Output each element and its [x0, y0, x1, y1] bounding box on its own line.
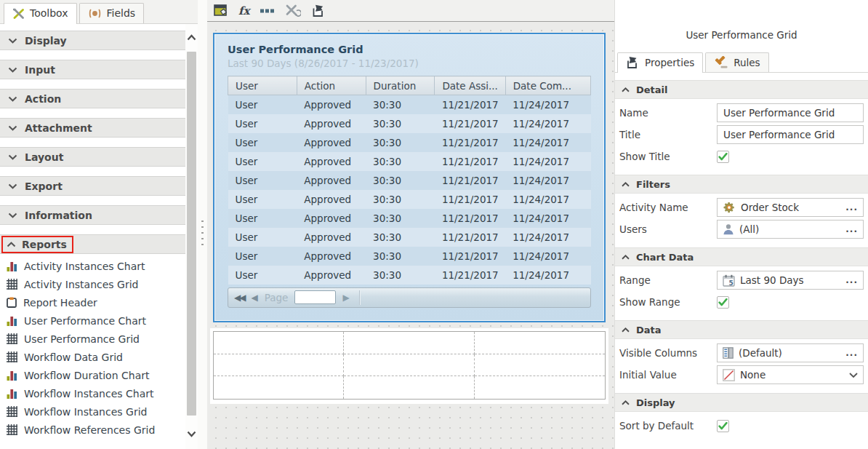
report-item-workflow-instances-grid[interactable]: Workflow Instances Grid — [0, 402, 185, 421]
picker-value: (All) — [739, 223, 840, 235]
initial-value-dropdown[interactable]: None — [717, 365, 864, 384]
layout-cell[interactable] — [475, 376, 605, 399]
layout-cell[interactable] — [344, 332, 474, 354]
section-header-data[interactable]: Data — [615, 320, 868, 339]
toolbox-accordion: DisplayInputActionAttachmentLayoutExport… — [0, 24, 185, 449]
layout-cell[interactable] — [214, 332, 344, 354]
layout-cell[interactable] — [475, 354, 605, 377]
tag-icon — [626, 56, 639, 68]
layout-cell[interactable] — [214, 354, 344, 377]
table-cell: 30:30 — [366, 133, 435, 152]
ellipsis-icon[interactable] — [260, 9, 275, 13]
section-title: Chart Data — [636, 252, 694, 263]
reports-list: Activity Instances ChartActivity Instanc… — [0, 254, 185, 439]
table-cell: 11/21/2017 — [435, 247, 505, 266]
section-label: Attachment — [25, 122, 92, 134]
report-item-activity-instances-grid[interactable]: Activity Instances Grid — [0, 275, 185, 293]
panel-splitter[interactable] — [198, 0, 207, 449]
tab-properties[interactable]: Properties — [617, 52, 703, 73]
section-title: Filters — [636, 179, 670, 190]
table-cell: 30:30 — [366, 95, 435, 114]
selected-widget-header: User Performance Grid — [615, 0, 868, 41]
edit-view-icon[interactable] — [214, 4, 228, 17]
properties-sections: DetailNameTitleShow TitleFiltersActivity… — [615, 80, 868, 437]
empty-layout-table[interactable] — [210, 328, 608, 404]
property-row-title: Title — [619, 124, 864, 146]
next-page-button[interactable]: ▶ — [342, 293, 349, 303]
toolbox-scrollbar[interactable] — [185, 24, 198, 449]
ellipsis-button[interactable]: ... — [845, 226, 858, 232]
section-header-display[interactable]: Display — [0, 31, 185, 50]
function-icon[interactable]: fx — [238, 4, 249, 17]
report-item-user-performance-chart[interactable]: User Performance Chart — [0, 311, 185, 330]
range-picker[interactable]: 5Last 90 Days... — [717, 271, 864, 290]
design-canvas[interactable]: User Performance Grid Last 90 Days (8/26… — [207, 22, 614, 449]
check-icon — [718, 153, 728, 161]
range-label: Range — [619, 274, 717, 286]
users-label: Users — [619, 223, 717, 235]
pager: ◀◀ ◀ Page ▶ — [228, 287, 591, 308]
user-performance-grid-widget[interactable]: User Performance Grid Last 90 Days (8/26… — [213, 33, 606, 322]
section-header-reports[interactable]: Reports — [0, 234, 185, 254]
section-header-layout[interactable]: Layout — [0, 147, 185, 167]
section-header-information[interactable]: Information — [0, 205, 185, 225]
name-field[interactable] — [717, 103, 864, 122]
scrollbar-thumb[interactable] — [187, 52, 196, 416]
layout-cell[interactable] — [214, 376, 344, 399]
visible-columns-label: Visible Columns — [619, 347, 717, 359]
table-row: UserApproved30:3011/21/201711/24/2017 — [228, 95, 591, 114]
show-range-checkbox[interactable] — [717, 296, 729, 309]
fields-icon — [88, 9, 102, 18]
layout-cell[interactable] — [344, 376, 474, 399]
visible-columns-picker[interactable]: (Default)... — [717, 343, 864, 362]
dropdown-value: None — [740, 369, 844, 381]
layout-cell[interactable] — [344, 354, 474, 377]
first-page-button[interactable]: ◀◀ — [234, 293, 244, 303]
report-item-workflow-references-grid[interactable]: Workflow References Grid — [0, 421, 185, 439]
tools-refresh-icon[interactable] — [286, 4, 301, 17]
activity-name-picker[interactable]: Order Stock... — [717, 198, 864, 217]
tab-rules[interactable]: Rules — [705, 52, 768, 72]
section-header-detail[interactable]: Detail — [615, 80, 868, 99]
chevron-down-icon — [8, 67, 17, 73]
section-header-input[interactable]: Input — [0, 60, 185, 79]
chevron-down-icon — [8, 125, 17, 131]
tag-outline-icon[interactable] — [312, 4, 325, 17]
report-item-user-performance-grid[interactable]: User Performance Grid — [0, 330, 185, 348]
column-header-duration: Duration — [366, 76, 435, 95]
ellipsis-button[interactable]: ... — [845, 277, 858, 283]
sort-by-default-checkbox[interactable] — [717, 420, 729, 432]
scroll-up-icon[interactable] — [187, 34, 196, 41]
report-item-workflow-data-grid[interactable]: Workflow Data Grid — [0, 348, 185, 366]
tab-toolbox[interactable]: Toolbox — [4, 3, 77, 24]
users-picker[interactable]: (All)... — [717, 220, 864, 239]
report-item-workflow-duration-chart[interactable]: Workflow Duration Chart — [0, 366, 185, 384]
show-title-checkbox[interactable] — [717, 151, 729, 163]
section-header-display[interactable]: Display — [615, 393, 868, 412]
page-input[interactable] — [294, 290, 336, 304]
report-item-activity-instances-chart[interactable]: Activity Instances Chart — [0, 257, 185, 275]
table-row: UserApproved30:3011/21/201711/24/2017 — [228, 228, 591, 247]
section-header-chart-data[interactable]: Chart Data — [615, 247, 868, 266]
prev-page-button[interactable]: ◀ — [251, 293, 257, 303]
section-header-export[interactable]: Export — [0, 176, 185, 196]
report-item-workflow-instances-chart[interactable]: Workflow Instances Chart — [0, 384, 185, 402]
scroll-down-icon[interactable] — [187, 431, 196, 437]
table-cell: 30:30 — [366, 209, 435, 228]
property-row-range: Range5Last 90 Days... — [619, 269, 864, 291]
table-cell: Approved — [297, 95, 366, 114]
chevron-up-small — [622, 327, 630, 333]
property-row-users: Users(All)... — [619, 218, 864, 240]
tab-fields[interactable]: Fields — [79, 3, 145, 23]
table-cell: User — [228, 209, 297, 228]
section-header-action[interactable]: Action — [0, 89, 185, 108]
title-field[interactable] — [717, 125, 864, 144]
report-item-report-header[interactable]: Report Header — [0, 293, 185, 311]
ellipsis-button[interactable]: ... — [845, 204, 858, 210]
layout-cell[interactable] — [475, 332, 605, 354]
tab-toolbox-label: Toolbox — [30, 7, 68, 19]
section-header-attachment[interactable]: Attachment — [0, 118, 185, 138]
section-header-filters[interactable]: Filters — [615, 175, 868, 194]
grid-icon — [7, 351, 17, 362]
ellipsis-button[interactable]: ... — [845, 350, 858, 356]
